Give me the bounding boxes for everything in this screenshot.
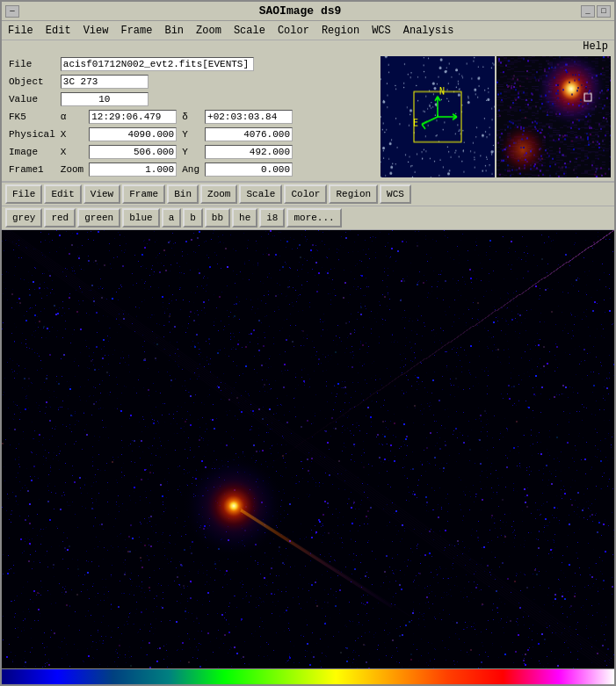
physical-row: Physical X Y [7,126,294,142]
menu-region[interactable]: Region [319,24,362,38]
fk5-delta-input[interactable] [205,110,293,124]
colormap-grey-button[interactable]: grey [5,208,42,227]
main-image-area[interactable] [2,230,614,668]
menu-edit[interactable]: Edit [43,24,74,38]
image-y-label: Y [180,144,201,160]
main-window: — SAOImage ds9 _ □ File Edit View Frame … [0,0,616,686]
value-value-cell [59,91,294,107]
fk5-delta-label: δ [180,109,201,125]
toolbar-region-button[interactable]: Region [329,184,378,204]
info-fields: File Object Value [4,54,379,179]
menu-wcs[interactable]: WCS [369,24,394,38]
file-label: File [7,56,57,72]
physical-y-label: Y [180,126,201,142]
physical-x-label: X [59,126,85,142]
toolbar-edit-button[interactable]: Edit [44,184,81,204]
fk5-alpha-cell [87,109,178,125]
colormap-more-button[interactable]: more... [286,208,341,227]
frame-ang-label: Ang [180,162,201,177]
physical-x-input[interactable] [89,127,177,141]
thumbnail-area [379,54,612,179]
fk5-label: FK5 [7,109,57,125]
frame-zoom-label: Zoom [59,162,85,177]
fk5-delta-cell [203,109,294,125]
value-label: Value [7,91,57,107]
physical-y-cell [203,126,294,142]
frame-row: Frame1 Zoom Ang [7,162,294,177]
toolbar-wcs-button[interactable]: WCS [380,184,411,204]
physical-y-input[interactable] [205,127,293,141]
fk5-alpha-label: α [59,109,85,125]
object-value-cell [59,74,294,90]
colormap-he-button[interactable]: he [232,208,257,227]
toolbar-bin-button[interactable]: Bin [167,184,199,204]
colormap-i8-button[interactable]: i8 [259,208,285,227]
title-bar: — SAOImage ds9 _ □ [2,2,614,21]
menu-view[interactable]: View [81,24,112,38]
menubar: File Edit View Frame Bin Zoom Scale Colo… [2,21,614,40]
physical-label: Physical [7,126,57,142]
object-label: Object [7,74,57,90]
toolbar-file-button[interactable]: File [5,184,42,204]
colormap-row: grey red green blue a b bb he i8 more... [2,206,614,230]
frame-ang-input[interactable] [205,162,293,177]
window-controls: _ □ [581,5,611,18]
toolbar-color-button[interactable]: Color [284,184,327,204]
value-row: Value [7,91,294,107]
nav-thumbnail[interactable] [380,56,495,177]
menu-analysis[interactable]: Analysis [401,24,457,38]
colormap-bb-button[interactable]: bb [205,208,230,227]
file-value-cell [59,56,294,72]
info-panel: File Object Value [2,53,614,182]
help-link[interactable]: Help [580,40,611,53]
menu-frame[interactable]: Frame [118,24,155,38]
toolbar-zoom-button[interactable]: Zoom [200,184,237,204]
window-menu-button[interactable]: — [5,5,19,18]
fk5-row: FK5 α δ [7,109,294,125]
menu-zoom[interactable]: Zoom [193,24,224,38]
colormap-green-button[interactable]: green [77,208,120,227]
toolbar-frame-button[interactable]: Frame [122,184,165,204]
frame-label: Frame1 [7,162,57,177]
help-row: Help [2,40,614,53]
object-input[interactable] [61,75,149,89]
frame-zoom-cell [87,162,178,177]
image-y-cell [203,144,294,160]
file-input[interactable] [61,57,254,71]
frame-ang-cell [203,162,294,177]
maximize-button[interactable]: □ [597,5,611,18]
image-x-cell [87,144,178,160]
minimize-button[interactable]: _ [581,5,595,18]
image-x-label: X [59,144,85,160]
colormap-a-button[interactable]: a [162,208,182,227]
menu-bin[interactable]: Bin [162,24,186,38]
colorbar [2,668,614,684]
main-image-canvas[interactable] [2,230,614,668]
physical-x-cell [87,126,178,142]
window-title: SAOImage ds9 [19,4,581,18]
object-row: Object [7,74,294,90]
colormap-blue-button[interactable]: blue [122,208,159,227]
colormap-red-button[interactable]: red [44,208,76,227]
image-label: Image [7,144,57,160]
toolbar-view-button[interactable]: View [83,184,120,204]
zoom-thumbnail[interactable] [496,56,611,177]
menu-file[interactable]: File [5,24,36,38]
toolbar-scale-button[interactable]: Scale [239,184,282,204]
toolbar: File Edit View Frame Bin Zoom Scale Colo… [2,182,614,206]
frame-zoom-input[interactable] [89,162,177,177]
image-y-input[interactable] [205,145,293,159]
file-row: File [7,56,294,72]
menu-scale[interactable]: Scale [231,24,268,38]
fk5-alpha-input[interactable] [89,110,177,124]
menu-color[interactable]: Color [275,24,312,38]
value-input[interactable] [61,92,149,106]
colormap-b-button[interactable]: b [183,208,203,227]
info-table: File Object Value [5,54,296,179]
image-row: Image X Y [7,144,294,160]
image-x-input[interactable] [89,145,177,159]
